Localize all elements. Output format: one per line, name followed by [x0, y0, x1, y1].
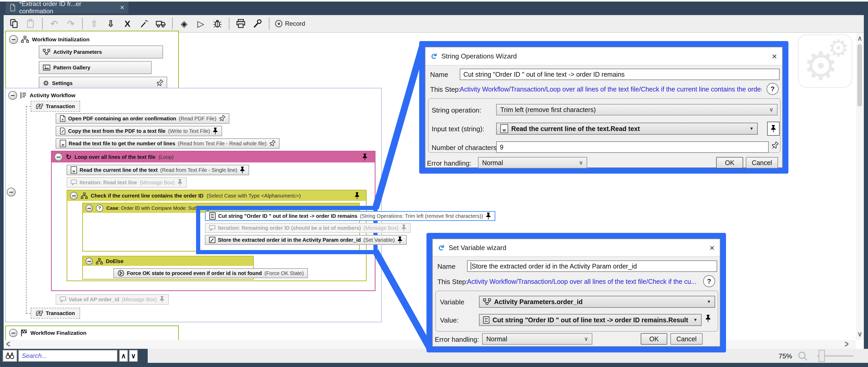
value-combo[interactable]: Cut string "Order ID " out of line text … [479, 314, 702, 326]
collapse-icon[interactable] [70, 192, 78, 200]
ok-button[interactable]: OK [716, 157, 743, 168]
transaction-block[interactable]: Transaction [31, 308, 80, 319]
variable-label: Variable [440, 298, 464, 306]
close-icon[interactable]: × [772, 51, 777, 61]
dialog-titlebar[interactable]: ↻ String Operations Wizard × [426, 47, 782, 66]
pin-pinned-icon[interactable] [362, 153, 372, 161]
name-input[interactable]: Store the extracted order id in the Acti… [467, 260, 717, 272]
step-read-current-line[interactable]: w Read the current line of the text (Rea… [67, 165, 249, 175]
paste-button[interactable] [22, 16, 39, 31]
move-down-button[interactable]: ⇩ [102, 16, 119, 31]
step-type: (Message Box) [122, 297, 157, 303]
help-button[interactable]: ? [767, 83, 779, 95]
pin-unpinned-icon[interactable] [156, 79, 163, 87]
pin-unpinned-icon[interactable] [219, 115, 225, 122]
activity-workflow-header[interactable]: Activity Workflow [8, 91, 75, 100]
step-cut-string[interactable]: Cut string "Order ID " out of line text … [205, 211, 495, 221]
tools-button[interactable] [249, 16, 266, 31]
dialog-titlebar[interactable]: ↻ Set Variable wizard × [433, 239, 720, 257]
scroll-down-icon[interactable]: ∨ [857, 331, 862, 337]
collapse-icon[interactable] [54, 153, 63, 161]
collapse-icon[interactable] [7, 188, 16, 197]
activity-parameters-button[interactable]: Activity Parameters [39, 45, 163, 59]
help-button[interactable]: ? [703, 275, 715, 287]
pin-unpinned-icon[interactable] [771, 141, 779, 150]
pin-pinned-icon[interactable] [397, 236, 403, 243]
scroll-left-icon[interactable]: < [6, 339, 10, 348]
undo-button[interactable]: ↶ [46, 16, 62, 31]
collapse-icon[interactable] [86, 205, 93, 212]
search-next-button[interactable]: ∨ [129, 350, 138, 362]
debug-button[interactable] [209, 16, 226, 31]
doelse-header[interactable]: DoElse [83, 257, 253, 266]
pin-pinned-icon[interactable] [354, 192, 363, 199]
tab-close-icon[interactable]: × [120, 3, 124, 12]
select-case-header[interactable]: Check if the current line contains the o… [67, 191, 366, 201]
pin-pinned-icon[interactable] [486, 212, 491, 220]
move-up-button[interactable]: ⇧ [86, 16, 102, 31]
cancel-button[interactable]: Cancel [746, 157, 778, 168]
wizard-icon: ↻ [429, 53, 438, 59]
cancel-button[interactable]: Cancel [670, 333, 703, 345]
connector-line [26, 313, 31, 314]
step-store-order-id[interactable]: Store the extracted order id in the Acti… [205, 235, 407, 245]
pin-pinned-icon[interactable] [240, 166, 245, 174]
pin-pinned-icon[interactable] [159, 296, 164, 303]
this-step-link[interactable]: Activity Workflow/Transaction/Loop over … [460, 86, 762, 93]
pin-pinned-icon[interactable] [177, 179, 183, 186]
collapse-icon[interactable] [86, 258, 93, 265]
scroll-right-icon[interactable]: > [845, 339, 848, 348]
scroll-up-icon[interactable]: ∧ [857, 35, 862, 42]
toolbar-separator [172, 18, 173, 30]
string-operation-select[interactable]: Trim left (remove first characters) ∨ [496, 104, 777, 115]
pin-pinned-button[interactable] [767, 122, 780, 136]
loop-header[interactable]: ↻ Loop over all lines of the text file (… [52, 152, 375, 162]
ok-button[interactable]: OK [641, 333, 667, 345]
pattern-gallery-button[interactable]: Pattern Gallery [39, 61, 152, 74]
input-text-combo[interactable]: w Read the current line of the text.Read… [496, 123, 758, 135]
variable-combo[interactable]: Activity Parameters.order_id ▼ [479, 296, 715, 308]
step-force-ok[interactable]: Force OK state to proceed even if order … [113, 268, 308, 278]
pin-unpinned-icon[interactable] [269, 140, 275, 147]
copy-button[interactable] [6, 16, 22, 31]
chevron-down-icon: ∨ [579, 159, 583, 166]
collapse-icon[interactable] [9, 35, 18, 44]
name-input[interactable]: Cut string "Order ID " out of line text … [460, 69, 780, 80]
scrollbar-thumb[interactable] [857, 44, 862, 107]
this-step-link[interactable]: Activity Workflow/Transaction/Loop over … [467, 278, 696, 286]
delete-button[interactable]: X [119, 16, 136, 31]
close-icon[interactable]: × [709, 243, 715, 253]
transaction-block[interactable]: Transaction [31, 101, 80, 112]
step-read-lines[interactable]: w Read the text file to get the number o… [56, 138, 280, 149]
workflow-finalization-header[interactable]: Workflow Finalization [9, 329, 86, 337]
redo-button[interactable]: ↷ [62, 16, 79, 31]
step-open-pdf[interactable]: A Open PDF containing an order confirmat… [56, 113, 229, 124]
search-input[interactable] [18, 350, 118, 362]
pin-pinned-icon[interactable] [213, 127, 218, 135]
error-handling-select[interactable]: Normal ∨ [478, 157, 587, 168]
step-iteration-remaining[interactable]: Iteration: Remaining order ID (should be… [205, 223, 411, 233]
pin-pinned-icon[interactable] [705, 314, 711, 322]
step-copy-text[interactable]: Copy the text from the PDF to a text fil… [56, 126, 222, 136]
collapse-icon[interactable] [8, 91, 17, 100]
find-button[interactable] [3, 350, 17, 362]
error-handling-select[interactable]: Normal ∨ [482, 333, 592, 345]
search-previous-button[interactable]: ∧ [119, 350, 128, 362]
deliver-button[interactable] [152, 16, 169, 31]
tab-extract-order-id[interactable]: *Extract order ID fr...er confirmation × [6, 2, 128, 13]
run-button[interactable]: ▷ [192, 16, 209, 31]
step-value-ap[interactable]: Value of AP order_id (Message Box) [56, 294, 169, 305]
collapse-icon[interactable] [9, 329, 18, 337]
record-button[interactable]: Record [273, 16, 308, 31]
zoom-slider-handle[interactable] [818, 350, 825, 362]
step-iteration-read-text[interactable]: Iteration: Read text line (Message Box) [67, 177, 187, 188]
wand-button[interactable] [136, 16, 152, 31]
combo-arrow-icon: ▼ [707, 299, 711, 304]
pin-pinned-icon[interactable] [401, 224, 406, 232]
gear-icon: ⚙ [828, 36, 849, 60]
print-button[interactable] [232, 16, 249, 31]
number-of-characters-input[interactable]: 9 [496, 141, 769, 153]
workflow-initialization-header[interactable]: Workflow Initialization [9, 35, 89, 44]
vertical-scrollbar[interactable]: ∧ ∨ [856, 33, 864, 340]
breakpoint-button[interactable]: ◈ [176, 16, 192, 31]
